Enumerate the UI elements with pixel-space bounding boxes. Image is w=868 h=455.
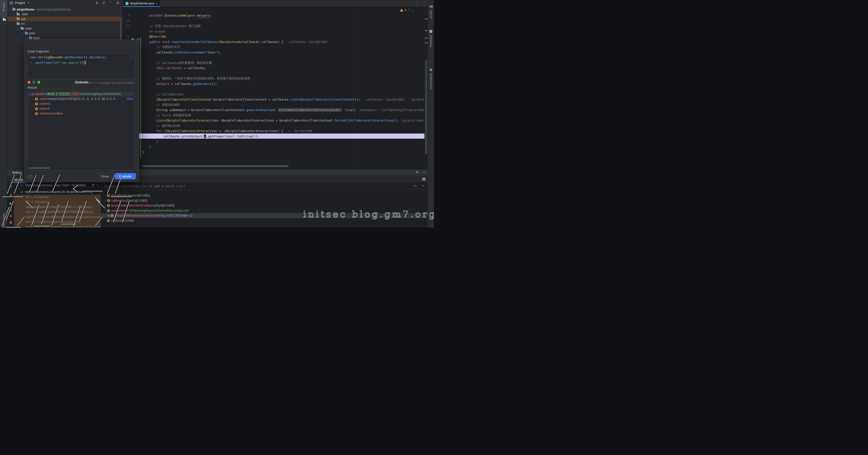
code-fragment-editor[interactable]: new String(Base64.getDecoder().decode(c↵…: [28, 54, 135, 79]
prev-problem-icon[interactable]: ⌃: [408, 8, 410, 12]
error-stripe-mark[interactable]: [425, 42, 427, 43]
next-problem-icon[interactable]: ⌄: [412, 8, 414, 12]
gutter-line-number[interactable]: 10: [122, 19, 130, 23]
tool-stripe-database[interactable]: Database: [430, 35, 433, 48]
gutter-line-number[interactable]: 11: [122, 24, 130, 28]
code-line: callbacks.printOutput(c.getProperties().…: [163, 134, 259, 139]
blog-watermark: initsec blog.gm7.org: [303, 209, 434, 219]
result-label: Result:: [28, 86, 37, 89]
collapse-all-button[interactable]: ⌃: [109, 1, 112, 5]
tree-item-out[interactable]: ›out: [7, 17, 122, 21]
tool-stripe-project[interactable]: Project: [0, 0, 7, 17]
code-line: // 获取到的域名: [156, 102, 180, 108]
code-line: this.callbacks = callbacks;: [156, 65, 206, 71]
ascii-art-watermark: [0, 168, 136, 228]
text-caret: [86, 61, 86, 64]
result-child-row[interactable]: ›fvalue = {byte[152]@22450} [121, 0, -3,…: [28, 96, 135, 101]
code-line: // 辅助类，一般用于辅助分析数据包结构，类变量方便其他函数调用: [156, 76, 250, 81]
code-line: String subdomain = burpCollaboratorClien…: [156, 108, 425, 113]
layout-settings-icon[interactable]: [422, 178, 426, 180]
code-line: @Override: [149, 34, 166, 39]
tab-close-icon[interactable]: ✕: [156, 2, 158, 5]
code-line: List<IBurpCollaboratorInteraction> iBurp…: [156, 118, 425, 123]
tree-item-idea[interactable]: ›.idea: [7, 12, 122, 17]
result-tree[interactable]: ⌄∞result = "y�testivhl3pdsxkqjftrppu4r20…: [28, 90, 135, 171]
code-line: IBurpCollaboratorClientContext burpColla…: [156, 97, 425, 102]
bell-icon[interactable]: [429, 68, 433, 72]
vcs-change-stripe: [140, 37, 141, 157]
error-stripe-mark[interactable]: [425, 38, 427, 38]
result-child-row[interactable]: fhash = 0: [28, 106, 135, 111]
project-scrollbar[interactable]: [120, 21, 122, 40]
tree-item-pluginDemo[interactable]: ⌄pluginDemo ~/d4m1ts/java/pluginDemo: [7, 7, 122, 12]
code-line: // fetch 获取最新结果: [156, 113, 191, 118]
project-panel-header: Project ▾ ⊕ ⇵ ⌃ ⚙ —: [7, 0, 122, 6]
kebab-menu-icon[interactable]: ⋮: [414, 1, 418, 5]
maven-logo-icon[interactable]: m: [429, 4, 433, 8]
view-link[interactable]: View: [127, 97, 133, 100]
variable-row-this[interactable]: ›this = {BurpExtender@21981}: [101, 193, 427, 198]
warning-icon: !: [400, 8, 403, 11]
result-row[interactable]: ⌄∞result = "y�testivhl3pdsxkqjftrppu4r20…: [28, 92, 135, 96]
code-line: }: [142, 149, 144, 155]
debug-settings-gear-icon[interactable]: ⚙: [416, 171, 418, 174]
code-line: private IExtensionHelpers helpers;: [149, 13, 212, 18]
result-child-row[interactable]: fcoder = 1: [28, 101, 135, 106]
tree-item-src[interactable]: ⌄src: [7, 22, 122, 26]
project-folder-icon[interactable]: [2, 19, 7, 21]
expand-editor-icon[interactable]: ⤢: [130, 55, 132, 58]
code-line: no usages: [149, 29, 166, 34]
tree-item-main[interactable]: ⌄main: [7, 26, 122, 31]
debug-minimize-icon[interactable]: —: [422, 170, 426, 174]
java-class-icon: C: [125, 2, 129, 5]
editor-tab-bar: C BurpExtender.java ✕ ⋮: [122, 0, 434, 7]
code-line: public void registerExtenderCallbacks(IB…: [149, 39, 328, 45]
expand-all-button[interactable]: ⇵: [102, 1, 105, 5]
gutter-line-number[interactable]: 12: [122, 35, 130, 38]
tree-item-java[interactable]: ⌄java: [7, 31, 122, 36]
code-fragment-label: Code fragment:: [28, 50, 50, 53]
tab-title: BurpExtender.java: [130, 2, 154, 5]
tab-burpextender-java[interactable]: C BurpExtender.java ✕: [123, 0, 160, 7]
right-margin-guide: [354, 7, 354, 169]
code-line: }: [149, 144, 151, 150]
history-hint: Use ⌥↓ and ⌥↑ to navigate through the hi…: [75, 81, 135, 85]
ide-window: Project Bookmarks Project ▾ ⊕ ⇵ ⌃ ⚙ — ⌄p…: [0, 0, 434, 228]
right-tool-stripe: m Maven Database Notifications: [427, 0, 434, 228]
project-view-title[interactable]: Project: [15, 1, 25, 5]
editor-vscrollbar[interactable]: [425, 60, 427, 154]
tool-stripe-maven[interactable]: Maven: [430, 10, 433, 19]
code-line: for (IBurpCollaboratorInteraction c: iBu…: [156, 128, 312, 134]
project-view-icon: [10, 1, 13, 5]
settings-button[interactable]: ⚙: [116, 1, 119, 5]
evaluate-dialog: Evaluate Code fragment: new String(Base6…: [24, 39, 139, 182]
result-child-row[interactable]: fhashIsZero = false: [28, 111, 135, 116]
code-line: 1 usage: [149, 7, 162, 8]
error-stripe[interactable]: [425, 7, 427, 169]
variables-panel: ›this = {BurpExtender@21981}›pcallbacks …: [100, 183, 427, 228]
locate-button[interactable]: ⊕: [96, 1, 98, 5]
editor-hscrollbar[interactable]: [142, 165, 288, 167]
code-line: callbacks.setExtensionName("Demo");: [156, 50, 220, 55]
code-line: helpers = callbacks.getHelpers();: [156, 81, 217, 87]
gutter-line-number[interactable]: 9: [122, 14, 130, 17]
code-line: // 设置插件名字: [156, 44, 180, 50]
error-stripe-mark[interactable]: [425, 30, 427, 31]
code-line: // 实现 IBurpExtender 接口函数: [149, 24, 200, 29]
code-line: // callbacks到处都要用，搞成类变量: [156, 60, 212, 66]
chevron-down-icon[interactable]: ▾: [28, 1, 29, 4]
variable-row-callbacks[interactable]: ›pcallbacks = {Zww1@21982}: [101, 198, 427, 203]
tool-stripe-notifications[interactable]: Notifications: [430, 73, 433, 89]
annotation-red-box: test: [71, 92, 79, 96]
code-line: // Collaborator: [156, 92, 184, 97]
inspections-widget[interactable]: ! 6 ⌃ ⌄: [400, 8, 414, 12]
variable-row-burpCollaboratorClientContext[interactable]: ›burpCollaboratorClientContext = {Zhy9@2…: [101, 203, 427, 208]
code-line: // 循环输出结果: [156, 123, 180, 129]
database-icon[interactable]: [429, 30, 432, 33]
error-stripe-mark[interactable]: [425, 19, 427, 19]
code-editor[interactable]: 1 usageprivate IExtensionHelpers helpers…: [122, 7, 425, 169]
warning-count: 6: [405, 8, 406, 12]
code-line: }: [156, 139, 158, 144]
